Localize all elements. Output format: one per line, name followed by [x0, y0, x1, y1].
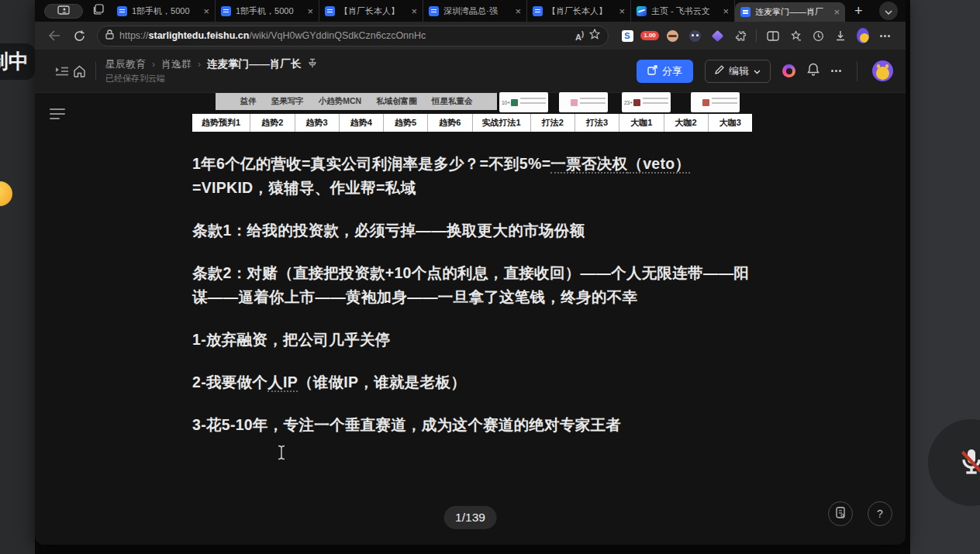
more-options-icon[interactable]	[831, 70, 842, 72]
breadcrumb-item[interactable]: 肖逸群	[161, 57, 192, 71]
extension-s-icon[interactable]: S	[621, 29, 633, 42]
embed-card	[691, 92, 740, 112]
question-icon: ?	[877, 508, 883, 520]
tab-list-dropdown[interactable]	[879, 2, 898, 20]
doc-note-icon	[835, 507, 846, 521]
embed-nav-item: 私域创富圈	[376, 96, 417, 107]
feishu-app: 星辰教育 › 肖逸群 › 连麦掌门——肖厂长 已经保存到云端 分享	[35, 50, 906, 545]
tab-title: 深圳湾晶总·强	[443, 5, 510, 17]
browser-tab[interactable]: 【肖厂长本人】 ×	[319, 0, 423, 22]
tab-title: 1部手机，5000	[236, 5, 302, 17]
tab-groups-icon[interactable]	[92, 4, 104, 19]
extensions-puzzle-icon[interactable]	[733, 29, 746, 42]
paragraph[interactable]: 1年6个亿的营收=真实公司利润率是多少？=不到5%=一票否决权（veto）=VI…	[192, 152, 752, 200]
favorite-star-icon[interactable]	[589, 29, 600, 43]
recording-indicator[interactable]	[782, 64, 795, 77]
embed-tab-cell: 趋势3	[295, 114, 340, 132]
browser-tab[interactable]: 1部手机，5000 ×	[112, 0, 216, 22]
browser-tab[interactable]: 深圳湾晶总·强 ×	[423, 0, 527, 22]
browser-profile-avatar[interactable]	[857, 29, 869, 42]
sidebar-toggle-icon[interactable]	[53, 63, 71, 80]
header-actions: 分享 编辑	[637, 60, 893, 83]
extensions-row: S 1.00	[621, 29, 892, 42]
embed-tab-cell: 趋势6	[428, 114, 472, 132]
browser-tab-active[interactable]: 连麦掌门——肖厂 ×	[735, 2, 845, 22]
new-tab-button[interactable]: +	[845, 3, 872, 19]
page-title: 连麦掌门——肖厂长	[207, 57, 302, 71]
embed-tabs-row: 趋势预判1 趋势2 趋势3 趋势4 趋势5 趋势6 实战打法1 打法2 打法3 …	[192, 113, 752, 132]
url-scheme: https://	[119, 30, 149, 41]
header-divider	[95, 62, 96, 81]
mic-muted-icon	[956, 446, 980, 480]
embed-tab-cell: 实战打法1	[473, 114, 531, 132]
breadcrumb-separator: ›	[198, 59, 201, 70]
embed-tab-cell: 大咖3	[709, 114, 752, 132]
browser-tab[interactable]: 【肖厂长本人】 ×	[527, 0, 631, 22]
downloads-icon[interactable]	[834, 29, 847, 42]
breadcrumb: 星辰教育 › 肖逸群 › 连麦掌门——肖厂长 已经保存到云端	[105, 57, 317, 84]
paragraph[interactable]: 2-我要做个人IP（谁做IP，谁就是老板）	[192, 370, 752, 394]
url-path: /wiki/VqH0wGYddinQSdkCzn6czcOnnHc	[249, 30, 426, 41]
extension-avatar-icon[interactable]	[666, 29, 678, 42]
split-screen-icon[interactable]	[767, 29, 779, 42]
close-icon[interactable]: ×	[411, 6, 417, 16]
tab-strip: 1部手机，5000 × 1部手机，5000 × 【肖厂长本人】 × 深圳湾晶总·…	[35, 0, 906, 22]
paragraph[interactable]: 条款1：给我的投资款，必须亏掉——换取更大的市场份额	[192, 219, 752, 243]
close-icon[interactable]: ×	[515, 6, 521, 16]
paragraph[interactable]: 1-放弃融资，把公司几乎关停	[192, 328, 752, 352]
doc-settings-button[interactable]	[828, 501, 853, 526]
notifications-bell-icon[interactable]	[807, 63, 820, 79]
close-icon[interactable]: ×	[723, 6, 729, 16]
close-icon[interactable]: ×	[833, 7, 840, 17]
history-icon[interactable]	[812, 29, 824, 42]
embed-nav-item: 益伴	[240, 96, 257, 107]
pin-icon[interactable]	[308, 58, 317, 71]
embed-tab-cell: 趋势2	[250, 114, 295, 132]
browser-tab[interactable]: 1部手机，5000 ×	[216, 0, 319, 22]
share-icon	[647, 65, 657, 77]
embedded-image[interactable]: 益伴 坚果写字 小趋势MCN 私域创富圈 恒星私董会 10+ 23+	[192, 92, 752, 132]
back-button[interactable]	[44, 26, 64, 46]
close-icon[interactable]: ×	[203, 6, 209, 16]
refresh-button[interactable]	[69, 26, 89, 46]
toolbar-divider	[756, 29, 757, 42]
browser-tab[interactable]: 主页 - 飞书云文 ×	[631, 0, 735, 22]
desktop-left-strip: 制中	[0, 0, 35, 554]
header-divider	[857, 61, 858, 81]
extension-face-icon[interactable]	[688, 29, 701, 42]
extension-gem-icon[interactable]	[711, 29, 723, 42]
doc-paragraphs[interactable]: 1年6个亿的营收=真实公司利润率是多少？=不到5%=一票否决权（veto）=VI…	[192, 152, 752, 437]
collections-icon[interactable]	[789, 29, 802, 42]
lock-icon	[105, 29, 114, 43]
read-aloud-icon[interactable]: A)	[575, 30, 584, 42]
paragraph[interactable]: 3-花5-10年，专注一个垂直赛道，成为这个赛道的绝对专家王者	[192, 413, 752, 437]
tab-preview-button[interactable]	[44, 4, 83, 19]
help-button[interactable]: ?	[868, 501, 892, 526]
feishu-doc-icon	[429, 6, 439, 16]
text-cursor	[277, 445, 286, 463]
breadcrumb-item[interactable]: 星辰教育	[105, 57, 146, 71]
share-button[interactable]: 分享	[637, 60, 693, 83]
browser-menu-icon[interactable]	[879, 29, 892, 42]
assistant-bubble[interactable]	[0, 181, 12, 206]
embed-tab-cell: 打法3	[575, 114, 619, 132]
address-bar[interactable]: https://starlightedu.feishu.cn/wiki/VqH0…	[97, 26, 609, 46]
embed-tab-cell: 大咖2	[664, 114, 709, 132]
paragraph[interactable]: 条款2：对赌（直接把投资款+10个点的利息，直接收回）——个人无限连带——阳谋—…	[192, 261, 752, 309]
doc-outline-icon[interactable]	[50, 108, 67, 121]
save-status: 已经保存到云端	[105, 73, 317, 84]
edit-button[interactable]: 编辑	[705, 60, 771, 83]
mic-muted-button[interactable]	[928, 419, 980, 506]
user-avatar[interactable]	[872, 60, 893, 81]
home-icon[interactable]	[71, 63, 88, 80]
url-text[interactable]: https://starlightedu.feishu.cn/wiki/VqH0…	[119, 30, 570, 41]
tab-title: 【肖厂长本人】	[340, 5, 406, 17]
doc-content: 益伴 坚果写字 小趋势MCN 私域创富圈 恒星私董会 10+ 23+	[192, 92, 752, 456]
close-icon[interactable]: ×	[307, 6, 313, 16]
embed-tab-cell: 大咖1	[619, 114, 664, 132]
extension-price-badge[interactable]: 1.00	[644, 29, 656, 42]
close-icon[interactable]: ×	[619, 6, 625, 16]
browser-window: 1部手机，5000 × 1部手机，5000 × 【肖厂长本人】 × 深圳湾晶总·…	[35, 0, 906, 545]
chevron-down-icon	[885, 4, 892, 18]
tab-title: 1部手机，5000	[132, 5, 198, 17]
